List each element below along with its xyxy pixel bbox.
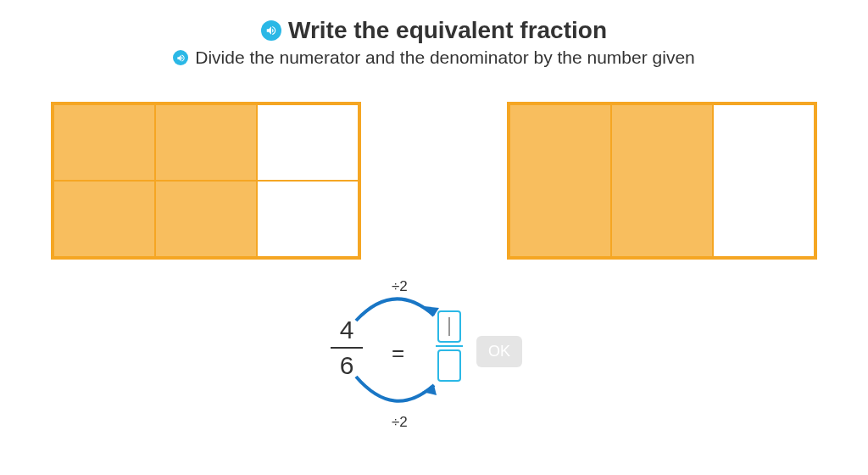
fraction-model-left bbox=[51, 102, 361, 260]
operation-bottom-label: ÷2 bbox=[392, 414, 408, 431]
grid-cell bbox=[53, 181, 155, 257]
fraction-bar bbox=[436, 345, 463, 347]
denominator: 6 bbox=[340, 350, 354, 381]
grid-cell bbox=[611, 104, 713, 257]
svg-marker-1 bbox=[422, 385, 437, 395]
audio-icon[interactable] bbox=[261, 20, 281, 41]
equals-sign: = bbox=[392, 340, 404, 366]
grid-cell bbox=[257, 181, 359, 257]
grid-cell bbox=[509, 104, 611, 257]
equation-area: ÷2 4 6 = ÷2 OK bbox=[324, 268, 544, 438]
grid-cell bbox=[257, 104, 359, 181]
page-subtitle: Divide the numerator and the denominator… bbox=[195, 48, 695, 68]
source-fraction: 4 6 bbox=[331, 315, 363, 381]
fraction-model-right bbox=[507, 102, 817, 260]
answer-fraction bbox=[436, 310, 463, 382]
operation-top-label: ÷2 bbox=[392, 278, 408, 295]
grid-cell bbox=[155, 181, 257, 257]
arrow-bottom-icon bbox=[348, 360, 449, 419]
text-cursor bbox=[449, 317, 450, 336]
grid-cell bbox=[53, 104, 155, 181]
ok-button[interactable]: OK bbox=[476, 336, 522, 367]
grid-cell bbox=[155, 104, 257, 181]
answer-denominator-input[interactable] bbox=[437, 349, 461, 382]
page-title: Write the equivalent fraction bbox=[288, 17, 607, 44]
grid-cell bbox=[713, 104, 815, 257]
audio-icon[interactable] bbox=[173, 50, 188, 65]
numerator: 4 bbox=[340, 315, 354, 345]
fraction-bar bbox=[331, 347, 363, 349]
